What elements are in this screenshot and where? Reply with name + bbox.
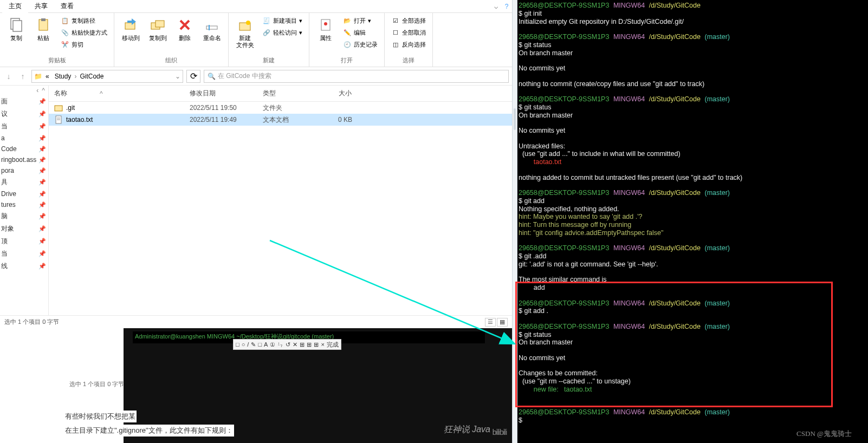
ribbon-tabs: 主页 共享 查看 ⌵ ?: [0, 0, 512, 13]
tree-item[interactable]: 当📌: [0, 120, 48, 133]
new-folder-button[interactable]: 新建 文件夹: [232, 14, 258, 51]
copy-button[interactable]: 复制: [3, 14, 29, 44]
paste-button[interactable]: 粘贴: [30, 14, 56, 44]
breadcrumb-seg-gitcode[interactable]: GitCode: [77, 73, 106, 80]
help-icon[interactable]: ?: [501, 3, 512, 10]
ribbon-collapse-icon[interactable]: ⌵: [490, 3, 501, 10]
annotation-tool[interactable]: □: [258, 341, 262, 348]
nav-up-icon[interactable]: ↑: [17, 71, 28, 82]
paste-icon: [35, 16, 52, 34]
tree-item[interactable]: 线📌: [0, 260, 48, 272]
breadcrumb[interactable]: 📁 « Study › GitCode ⌄: [31, 70, 183, 83]
annotation-tool[interactable]: 完成: [327, 341, 339, 349]
edit-icon: ✏️: [343, 28, 352, 37]
annotation-tool[interactable]: ㄣ: [277, 341, 283, 349]
properties-button[interactable]: 属性: [313, 14, 339, 44]
annotation-tool[interactable]: A: [264, 341, 268, 348]
edit-button[interactable]: ✏️编辑: [341, 27, 380, 38]
tree-item[interactable]: pora📌: [0, 165, 48, 176]
tree-collapse-icon[interactable]: ‹: [36, 87, 38, 94]
pin-icon: 📌: [38, 213, 46, 220]
bilibili-logo: bilibili: [493, 428, 507, 437]
tree-item[interactable]: 具📌: [0, 176, 48, 188]
annotation-tool[interactable]: ↺: [286, 341, 290, 348]
new-item-icon: 🧾: [262, 16, 271, 25]
highlight-box: [515, 282, 833, 407]
copy-to-button[interactable]: 复制到: [145, 14, 171, 44]
breadcrumb-seg-study[interactable]: Study: [53, 73, 74, 80]
pin-icon: 📌: [38, 167, 46, 174]
tree-item[interactable]: 对象📌: [0, 223, 48, 235]
svg-rect-4: [125, 23, 135, 29]
invert-select-button[interactable]: ◫反向选择: [389, 39, 428, 50]
tree-item[interactable]: ringboot.ass📌: [0, 154, 48, 165]
svg-point-12: [324, 22, 327, 25]
properties-icon: [317, 16, 334, 34]
nav-back-icon[interactable]: ↓: [3, 71, 14, 82]
column-headers[interactable]: 名称^ 修改日期 类型 大小: [49, 86, 512, 102]
view-details-icon[interactable]: ☰: [485, 318, 496, 327]
breadcrumb-dropdown-icon[interactable]: ⌄: [175, 73, 180, 80]
easy-access-button[interactable]: 🔗轻松访问 ▾: [260, 27, 305, 38]
cut-button[interactable]: ✂️剪切: [59, 39, 109, 50]
annotation-tool[interactable]: ×: [321, 341, 324, 348]
tree-item[interactable]: Code📌: [0, 144, 48, 154]
tree-item[interactable]: 脑📌: [0, 210, 48, 223]
annotation-toolbar[interactable]: □○/✎□A①ㄣ↺✕⊞⊞⊞×完成: [233, 339, 341, 350]
table-row[interactable]: taotao.txt2022/5/11 19:49文本文档0 KB: [49, 114, 512, 126]
view-large-icon[interactable]: ▦: [497, 318, 508, 327]
delete-button[interactable]: 删除: [172, 14, 198, 44]
annotation-tool[interactable]: □: [236, 341, 239, 348]
organize-group-label: 组织: [165, 55, 177, 66]
tree-item[interactable]: 顶📌: [0, 235, 48, 247]
nav-tree[interactable]: ‹^ 面📌议📌当📌a📌Code📌ringboot.ass📌pora📌具📌Driv…: [0, 86, 49, 315]
col-type[interactable]: 类型: [257, 86, 320, 101]
annotation-tool[interactable]: ✕: [293, 341, 297, 348]
tree-item[interactable]: 议📌: [0, 108, 48, 120]
tree-item[interactable]: 当📌: [0, 247, 48, 260]
annotation-tool[interactable]: ⊞: [300, 341, 305, 348]
tree-item[interactable]: a📌: [0, 133, 48, 144]
col-date[interactable]: 修改日期: [184, 86, 257, 101]
table-row[interactable]: .git2022/5/11 19:50文件夹: [49, 102, 512, 114]
search-input[interactable]: 🔍 在 GitCode 中搜索: [204, 70, 509, 83]
move-icon: [122, 16, 139, 34]
annotation-tool[interactable]: ○: [242, 341, 245, 348]
move-to-button[interactable]: 移动到: [118, 14, 144, 44]
open-button[interactable]: 📂打开 ▾: [341, 15, 380, 26]
paste-shortcut-button[interactable]: 📎粘贴快捷方式: [59, 27, 109, 38]
tree-expand-icon[interactable]: ^: [42, 87, 45, 94]
svg-rect-3: [41, 18, 46, 21]
new-item-button[interactable]: 🧾新建项目 ▾: [260, 15, 305, 26]
copy-path-button[interactable]: 📋复制路径: [59, 15, 109, 26]
video-caption-2: 在主目录下建立".gitignore"文件，此文件有如下规则：: [64, 425, 234, 437]
file-size: [320, 107, 358, 109]
tab-share[interactable]: 共享: [28, 0, 54, 13]
pin-icon: 📌: [38, 238, 46, 245]
refresh-button[interactable]: ⟳: [186, 70, 200, 83]
file-date: 2022/5/11 19:50: [184, 103, 257, 113]
tree-item[interactable]: tures📌: [0, 199, 48, 210]
copy-to-icon: [149, 16, 166, 34]
col-size[interactable]: 大小: [320, 86, 358, 101]
annotation-tool[interactable]: ✎: [251, 341, 256, 348]
tree-item[interactable]: 面📌: [0, 95, 48, 108]
select-all-button[interactable]: ☑全部选择: [389, 15, 428, 26]
invert-icon: ◫: [391, 40, 400, 49]
rename-button[interactable]: 重命名: [199, 14, 225, 44]
tab-view[interactable]: 查看: [54, 0, 80, 13]
path-icon: 📋: [61, 16, 69, 25]
annotation-tool[interactable]: /: [247, 341, 249, 348]
open-group-label: 打开: [341, 55, 353, 66]
tree-item[interactable]: Drive📌: [0, 188, 48, 199]
annotation-tool[interactable]: ①: [270, 341, 275, 348]
select-none-button[interactable]: ☐全部取消: [389, 27, 428, 38]
annotation-tool[interactable]: ⊞: [314, 341, 319, 348]
history-button[interactable]: 🕘历史记录: [341, 39, 380, 50]
tab-home[interactable]: 主页: [2, 0, 28, 13]
video-mini-status: 选中 1 个项目 0 字节: [69, 380, 124, 388]
open-icon: 📂: [343, 16, 352, 25]
col-name[interactable]: 名称^: [49, 86, 184, 101]
annotation-tool[interactable]: ⊞: [307, 341, 312, 348]
file-size: 0 KB: [320, 115, 358, 125]
